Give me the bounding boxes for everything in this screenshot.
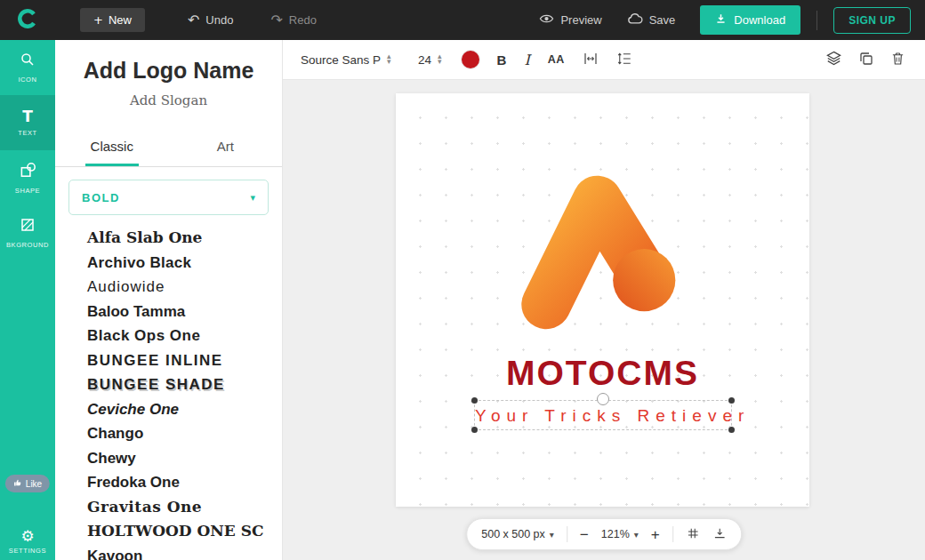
selection-box: Your Tricks Retiever bbox=[474, 400, 732, 430]
duplicate-button[interactable] bbox=[858, 51, 874, 69]
delete-button[interactable] bbox=[890, 51, 905, 69]
undo-icon: ↶ bbox=[188, 13, 199, 28]
redo-label: Redo bbox=[289, 13, 317, 27]
font-list-item[interactable]: Fredoka One bbox=[87, 470, 282, 495]
app-logo[interactable] bbox=[0, 7, 55, 34]
font-list-item[interactable]: BUNGEE SHADE bbox=[87, 372, 282, 397]
font-list: Alfa Slab OneArchivo BlackAudiowideBaloo… bbox=[87, 226, 282, 560]
download-button[interactable]: Download bbox=[700, 5, 800, 35]
canvas-size-select[interactable]: 500 x 500 px ▾ bbox=[481, 528, 554, 540]
zoom-level-value: 121% bbox=[601, 528, 630, 540]
tab-art[interactable]: Art bbox=[169, 130, 283, 166]
zoom-in-button[interactable]: + bbox=[651, 527, 660, 542]
duplicate-icon bbox=[858, 51, 874, 69]
artboard[interactable]: MOTOCMS Your Tricks Retiever bbox=[396, 93, 809, 507]
font-list-item[interactable]: Ceviche One bbox=[87, 397, 282, 422]
sidebar-item-text[interactable]: T TEXT bbox=[0, 95, 55, 150]
shapes-icon bbox=[20, 162, 36, 182]
letter-spacing-icon bbox=[583, 51, 599, 69]
selection-handle[interactable] bbox=[728, 397, 735, 404]
color-swatch[interactable] bbox=[462, 51, 479, 68]
app: + New ↶ Undo ↷ Redo Preview Save bbox=[0, 0, 925, 560]
panel-tabs: Classic Art bbox=[55, 130, 282, 167]
plus-icon: + bbox=[93, 13, 103, 27]
font-list-item[interactable]: Chewy bbox=[87, 446, 282, 471]
sidebar-item-shape[interactable]: SHAPE bbox=[0, 150, 55, 205]
italic-button[interactable]: I bbox=[524, 52, 529, 68]
font-list-item[interactable]: BUNGEE INLINE bbox=[87, 348, 282, 373]
font-list-item[interactable]: Audiowide bbox=[87, 275, 282, 300]
font-family-select[interactable]: Source Sans P ▴▾ bbox=[301, 53, 406, 67]
sidebar-item-icon[interactable]: ICON bbox=[0, 40, 55, 95]
preview-button[interactable]: Preview bbox=[539, 12, 601, 28]
thumbs-up-icon bbox=[13, 478, 22, 489]
cloud-icon bbox=[627, 12, 643, 28]
signup-button[interactable]: SIGN UP bbox=[833, 7, 911, 34]
divider bbox=[672, 526, 673, 542]
font-list-item[interactable]: Gravitas One bbox=[87, 495, 282, 520]
logo-text[interactable]: MOTOCMS bbox=[396, 354, 809, 393]
style-dropdown[interactable]: BOLD ▾ bbox=[68, 180, 269, 215]
brand-icon bbox=[16, 7, 39, 34]
redo-icon: ↷ bbox=[270, 13, 282, 28]
text-toolbar: Source Sans P ▴▾ 24 ▴▾ B I AA bbox=[283, 40, 925, 80]
save-button[interactable]: Save bbox=[627, 12, 676, 28]
sidebar-item-label: SHAPE bbox=[15, 187, 40, 195]
chevron-down-icon: ▾ bbox=[634, 530, 639, 540]
font-size-value: 24 bbox=[418, 53, 431, 67]
uppercase-button[interactable]: AA bbox=[548, 53, 565, 66]
zoom-out-button[interactable]: − bbox=[580, 527, 589, 542]
topbar: + New ↶ Undo ↷ Redo Preview Save bbox=[0, 0, 925, 40]
new-button[interactable]: + New bbox=[80, 8, 145, 32]
grid-toggle-button[interactable] bbox=[686, 526, 700, 543]
sidebar-item-bkground[interactable]: BKGROUND bbox=[0, 205, 55, 260]
undo-button[interactable]: ↶ Undo bbox=[188, 13, 233, 28]
like-button[interactable]: Like bbox=[5, 475, 50, 492]
font-size-stepper[interactable]: 24 ▴▾ bbox=[418, 53, 442, 67]
style-dropdown-value: BOLD bbox=[82, 191, 120, 204]
eye-icon bbox=[539, 12, 554, 28]
sidebar-item-label: TEXT bbox=[18, 129, 37, 137]
letter-spacing-button[interactable] bbox=[583, 51, 599, 69]
layers-icon bbox=[825, 50, 842, 69]
sidebar-item-label: BKGROUND bbox=[6, 241, 49, 249]
background-icon bbox=[20, 217, 36, 236]
like-label: Like bbox=[26, 479, 42, 489]
selection-handle[interactable] bbox=[471, 397, 478, 404]
bold-button[interactable]: B bbox=[497, 52, 507, 68]
font-list-item[interactable]: Archivo Black bbox=[87, 251, 282, 276]
tab-art-label: Art bbox=[212, 139, 239, 166]
font-list-item[interactable]: Kavoon bbox=[87, 544, 282, 560]
zoom-level-select[interactable]: 121% ▾ bbox=[601, 528, 639, 540]
text-panel: Add Logo Name Add Slogan Classic Art BOL… bbox=[55, 40, 283, 560]
font-list-item[interactable]: Baloo Tamma bbox=[87, 300, 282, 324]
slogan-text[interactable]: Your Tricks Retiever bbox=[475, 406, 731, 426]
redo-button[interactable]: ↷ Redo bbox=[270, 13, 316, 28]
layers-button[interactable] bbox=[825, 50, 842, 69]
topbar-divider bbox=[816, 11, 817, 30]
trash-icon bbox=[890, 51, 905, 69]
settings-button[interactable]: ⚙ SETTINGS bbox=[0, 529, 55, 555]
add-logo-name-title[interactable]: Add Logo Name bbox=[55, 58, 282, 84]
selection-handle[interactable] bbox=[728, 427, 735, 433]
logo-shape[interactable] bbox=[514, 164, 688, 335]
grid-icon bbox=[686, 526, 700, 543]
rotate-handle[interactable] bbox=[597, 393, 609, 405]
settings-label: SETTINGS bbox=[9, 547, 46, 555]
font-list-item[interactable]: Black Ops One bbox=[87, 324, 282, 348]
tab-classic[interactable]: Classic bbox=[55, 130, 169, 166]
add-slogan-subtitle[interactable]: Add Slogan bbox=[55, 92, 282, 108]
tab-classic-label: Classic bbox=[85, 139, 139, 166]
font-list-item[interactable]: Chango bbox=[87, 421, 282, 446]
download-label: Download bbox=[734, 13, 785, 27]
line-height-icon bbox=[616, 51, 632, 69]
position-button[interactable] bbox=[712, 526, 727, 543]
line-height-button[interactable] bbox=[616, 51, 632, 69]
canvas[interactable]: MOTOCMS Your Tricks Retiever 500 x 500 p… bbox=[283, 80, 925, 560]
font-family-value: Source Sans P bbox=[301, 53, 381, 67]
selection-handle[interactable] bbox=[471, 427, 478, 433]
font-list-item[interactable]: HOLTWOOD ONE SC bbox=[87, 519, 282, 544]
chevron-down-icon: ▾ bbox=[550, 530, 554, 540]
search-icon bbox=[20, 52, 36, 71]
font-list-item[interactable]: Alfa Slab One bbox=[87, 226, 282, 251]
